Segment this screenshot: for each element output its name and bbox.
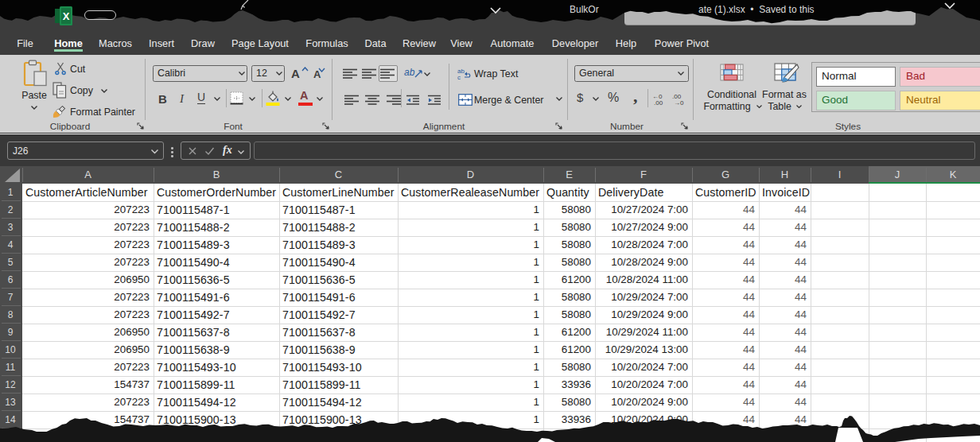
- svg-text:.00: .00: [654, 99, 663, 106]
- svg-text:X: X: [63, 10, 70, 22]
- svg-text:→0: →0: [674, 99, 684, 106]
- svg-text:c: c: [457, 74, 461, 80]
